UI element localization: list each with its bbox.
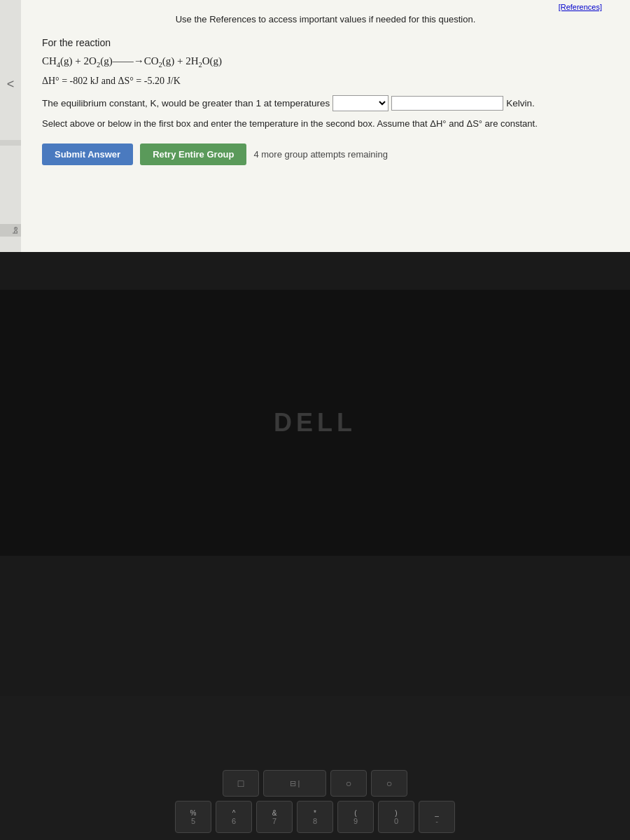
key-5-percent[interactable]: % 5 bbox=[175, 801, 211, 833]
attempts-remaining-text: 4 more group attempts remaining bbox=[253, 149, 387, 160]
key-6-caret[interactable]: ^ 6 bbox=[216, 801, 252, 833]
key-9-open-paren[interactable]: ( 9 bbox=[337, 801, 374, 833]
select-note: Select above or below in the first box a… bbox=[42, 117, 609, 131]
dell-logo: DELL bbox=[274, 408, 356, 438]
chemical-equation: CH4(g) + 2O2(g)——→CO2(g) + 2H2O(g) bbox=[42, 55, 609, 69]
key-7-ampersand[interactable]: & 7 bbox=[256, 801, 293, 833]
key-0-close-paren[interactable]: ) 0 bbox=[378, 801, 414, 833]
retry-entire-group-button[interactable]: Retry Entire Group bbox=[140, 144, 246, 165]
key-circle1[interactable]: ○ bbox=[330, 770, 367, 797]
sidebar-tab-1 bbox=[0, 140, 21, 146]
key-circle2[interactable]: ○ bbox=[371, 770, 407, 797]
references-link[interactable]: [References] bbox=[559, 3, 602, 11]
equilibrium-line: The equilibrium constant, K, would be gr… bbox=[42, 95, 609, 111]
button-row: Submit Answer Retry Entire Group 4 more … bbox=[42, 144, 609, 165]
desktop-area: DELL bbox=[0, 290, 630, 556]
delta-values: ΔH° = -802 kJ and ΔS° = -5.20 J/K bbox=[42, 76, 609, 87]
use-references-instruction: Use the References to access important v… bbox=[42, 14, 609, 24]
key-minus-underscore[interactable]: _ - bbox=[419, 801, 455, 833]
temperature-input[interactable] bbox=[391, 96, 503, 111]
key-8-asterisk[interactable]: * 8 bbox=[297, 801, 333, 833]
left-sidebar: < bbox=[0, 0, 21, 252]
kelvin-label: Kelvin. bbox=[506, 98, 535, 108]
submit-answer-button[interactable]: Submit Answer bbox=[42, 144, 133, 165]
keyboard-row-numbers: % 5 ^ 6 & 7 * 8 ( 9 ) 0 _ - bbox=[175, 801, 455, 833]
keyboard-area: □ ⊟ | ○ ○ % 5 ^ 6 & 7 * 8 ( 9 ) 0 _ bbox=[0, 696, 630, 840]
keyboard-row-icons: □ ⊟ | ○ ○ bbox=[223, 770, 407, 797]
above-below-select[interactable]: above below bbox=[332, 95, 388, 111]
key-square[interactable]: □ bbox=[223, 770, 259, 797]
equilibrium-text-before: The equilibrium constant, K, would be gr… bbox=[42, 98, 330, 108]
content-area: [References] Use the References to acces… bbox=[21, 0, 630, 252]
for-reaction-label: For the reaction bbox=[42, 37, 609, 48]
key-multiwindow[interactable]: ⊟ | bbox=[263, 770, 326, 797]
sidebar-arrow[interactable]: < bbox=[7, 77, 15, 92]
sidebar-tab-eq: eq bbox=[0, 224, 21, 237]
